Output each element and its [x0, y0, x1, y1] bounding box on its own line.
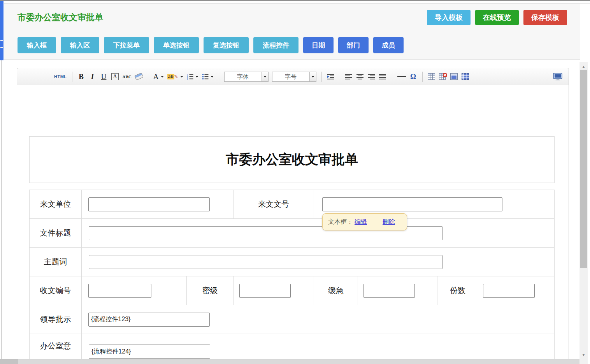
cell-incoming-unit	[81, 190, 233, 218]
page-left-border	[1, 60, 2, 359]
header-section: 市委办公室收文审批单 导入模板 在线预览 保存模板 输入框 输入区 下拉菜单 单…	[4, 4, 580, 59]
source-code-icon[interactable]: HTML	[54, 71, 67, 83]
office-opinion-input[interactable]	[89, 345, 210, 359]
table-row: 来文单位 来文文号	[29, 190, 555, 219]
delete-link[interactable]: 删除	[383, 218, 395, 226]
cell-receipt-number	[81, 276, 186, 305]
ordered-list-icon[interactable]: 1 2 3	[187, 71, 198, 83]
font-color-icon[interactable]: A	[153, 71, 164, 83]
widget-button-dropdown-menu[interactable]: 下拉菜单	[104, 37, 149, 53]
cell-subject-words	[81, 248, 554, 276]
widget-button-input-area[interactable]: 输入区	[61, 37, 99, 53]
toolbar-separator	[219, 72, 219, 82]
align-justify-icon[interactable]	[379, 71, 387, 83]
label-secrecy-level: 密级	[186, 276, 233, 305]
strikethrough-icon[interactable]: ABC	[123, 71, 132, 83]
chevron-down-icon	[180, 76, 183, 77]
document-title-box: 市委办公室收文审批单	[29, 136, 555, 183]
font-size-select[interactable]: 字号	[272, 72, 316, 82]
align-left-icon[interactable]	[345, 71, 353, 83]
copies-input[interactable]	[483, 284, 535, 298]
online-preview-button[interactable]: 在线预览	[475, 10, 519, 25]
background-window-bottom	[0, 359, 579, 364]
header-actions: 导入模板 在线预览 保存模板	[427, 10, 567, 25]
scroll-up-icon[interactable]: ▲	[579, 63, 588, 70]
insert-table-icon[interactable]	[428, 71, 435, 83]
widget-button-date[interactable]: 日期	[303, 37, 334, 53]
highlight-color-icon[interactable]: ab✎	[167, 71, 183, 83]
toolbar-separator	[392, 72, 392, 82]
save-template-button[interactable]: 保存模板	[523, 10, 567, 25]
cell-leader-instructions	[81, 305, 554, 334]
chevron-down-icon	[195, 76, 198, 77]
document-title: 市委办公室收文审批单	[226, 151, 358, 169]
delete-table-icon[interactable]	[439, 71, 447, 83]
label-incoming-unit: 来文单位	[30, 190, 81, 218]
cell-document-title	[81, 219, 554, 247]
chevron-down-icon[interactable]	[309, 72, 316, 81]
label-subject-words: 主题词	[30, 248, 81, 276]
widget-button-member[interactable]: 成员	[373, 37, 404, 53]
label-urgency: 缓急	[314, 276, 358, 305]
widget-button-checkbox[interactable]: 复选按钮	[204, 37, 249, 53]
editor-canvas[interactable]: 市委办公室收文审批单 来文单位 来文文号 文件标题 主题词	[17, 85, 569, 364]
table-row: 文件标题	[29, 218, 555, 248]
leader-instructions-input[interactable]	[88, 313, 210, 327]
table-row: 领导批示	[29, 305, 555, 334]
eraser-icon[interactable]	[135, 71, 143, 83]
table-row: 收文编号 密级 缓急 份数	[29, 276, 555, 305]
align-right-icon[interactable]	[368, 71, 376, 83]
label-receipt-number: 收文编号	[30, 276, 81, 305]
text-style-icon[interactable]: A	[111, 71, 119, 83]
cell-properties-icon[interactable]	[462, 71, 469, 83]
maximize-icon[interactable]	[553, 71, 562, 83]
widget-button-row: 输入框 输入区 下拉菜单 单选按钮 复选按钮 流程控件 日期 部门 成员	[18, 37, 404, 53]
editor-toolbar: HTML B I U A ABC A ab✎ 1 2 3	[17, 68, 569, 85]
italic-icon[interactable]: I	[89, 71, 97, 83]
widget-button-input-box[interactable]: 输入框	[18, 37, 56, 53]
widget-button-process-control[interactable]: 流程控件	[253, 37, 299, 53]
svg-text:3: 3	[187, 78, 188, 80]
window-top-border	[0, 0, 590, 1]
chevron-down-icon	[161, 76, 164, 77]
background-window-glyph	[0, 40, 3, 41]
scroll-down-icon[interactable]: ▼	[579, 352, 588, 358]
chevron-down-icon[interactable]	[262, 72, 268, 81]
form-template-editor-page: { "header": { "title": "市委办公室收文审批单", "ac…	[0, 0, 590, 364]
document-number-input[interactable]	[322, 197, 502, 211]
background-window-glyph	[0, 47, 3, 48]
incoming-unit-input[interactable]	[88, 197, 210, 211]
section-divider	[4, 59, 580, 60]
special-character-icon[interactable]: Ω	[409, 71, 417, 83]
control-tooltip: 文本框： 编辑 删除	[322, 213, 407, 230]
indent-icon[interactable]	[327, 71, 335, 83]
align-center-icon[interactable]	[356, 71, 364, 83]
underline-icon[interactable]: U	[100, 71, 108, 83]
form-table: 来文单位 来文文号 文件标题 主题词	[29, 190, 555, 364]
dashed-separator	[18, 27, 580, 27]
unordered-list-icon[interactable]	[202, 71, 214, 83]
table-properties-icon[interactable]	[450, 71, 458, 83]
edit-link[interactable]: 编辑	[355, 218, 367, 226]
page-title: 市委办公室收文审批单	[18, 12, 103, 23]
toolbar-separator	[72, 72, 72, 82]
horizontal-rule-icon[interactable]	[397, 71, 406, 83]
toolbar-separator	[321, 72, 322, 82]
scrollbar-thumb[interactable]	[580, 70, 587, 268]
widget-button-radio[interactable]: 单选按钮	[154, 37, 199, 53]
widget-button-department[interactable]: 部门	[338, 37, 369, 53]
toolbar-separator	[148, 72, 148, 82]
subject-words-input[interactable]	[89, 255, 442, 269]
table-row: 主题词	[29, 247, 555, 276]
toolbar-separator	[422, 72, 423, 82]
cell-copies	[478, 276, 554, 305]
label-document-title: 文件标题	[30, 219, 81, 247]
urgency-input[interactable]	[363, 284, 415, 298]
import-template-button[interactable]: 导入模板	[427, 10, 471, 25]
receipt-number-input[interactable]	[88, 284, 151, 298]
font-family-select[interactable]: 字体	[224, 72, 269, 82]
secrecy-level-input[interactable]	[239, 284, 291, 298]
vertical-scrollbar[interactable]: ▲ ▼	[579, 62, 588, 364]
bold-icon[interactable]: B	[77, 71, 85, 83]
background-window-edge	[0, 1, 4, 60]
